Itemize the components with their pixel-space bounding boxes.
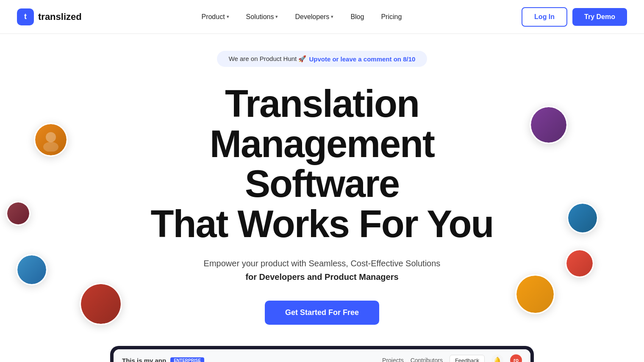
avatar-3	[16, 254, 47, 285]
announcement-link[interactable]: Upvote or leave a comment on 8/10	[309, 55, 415, 63]
logo[interactable]: t translized	[17, 8, 82, 25]
db-feedback-button[interactable]: Feedback	[450, 355, 485, 362]
avatar-5	[530, 106, 568, 144]
db-enterprise-badge: ENTERPRISE	[170, 357, 204, 362]
db-user-avatar[interactable]: ro	[510, 354, 522, 362]
dashboard-inner: This is my app ENTERPRISE Projects Contr…	[114, 349, 530, 362]
nav-actions: Log In Try Demo	[522, 7, 627, 27]
db-bell-icon[interactable]: 🔔	[491, 354, 503, 362]
navbar: t translized Product ▾ Solutions ▾ Devel…	[0, 0, 644, 34]
login-button[interactable]: Log In	[522, 7, 567, 27]
hero-subtitle-bold: for Developers and Product Managers	[245, 272, 398, 282]
announcement-banner: We are on Product Hunt 🚀 Upvote or leave…	[217, 51, 427, 67]
avatar-1	[34, 123, 68, 157]
avatar-7	[565, 249, 594, 278]
dashboard-preview: This is my app ENTERPRISE Projects Contr…	[110, 346, 534, 362]
avatar-4	[80, 283, 122, 325]
hero-section: We are on Product Hunt 🚀 Upvote or leave…	[0, 34, 644, 362]
db-top-actions: Projects Contributors Feedback 🔔 ro	[382, 354, 522, 362]
nav-blog[interactable]: Blog	[344, 10, 371, 24]
chevron-down-icon: ▾	[331, 14, 333, 19]
nav-pricing[interactable]: Pricing	[374, 10, 408, 24]
db-app-name: This is my app ENTERPRISE	[122, 357, 204, 362]
logo-text: translized	[38, 11, 82, 22]
db-projects-link[interactable]: Projects	[382, 357, 404, 362]
hero-title: Translation Management Software That Wor…	[131, 84, 513, 244]
avatar-8	[515, 274, 555, 314]
logo-letter: t	[24, 12, 27, 21]
try-demo-button[interactable]: Try Demo	[572, 8, 627, 26]
chevron-down-icon: ▾	[275, 14, 278, 19]
nav-links: Product ▾ Solutions ▾ Developers ▾ Blog …	[194, 10, 408, 24]
svg-point-1	[43, 142, 58, 152]
db-contributors-link[interactable]: Contributors	[411, 357, 443, 362]
nav-developers[interactable]: Developers ▾	[288, 10, 340, 24]
logo-icon: t	[17, 8, 34, 25]
db-topbar: This is my app ENTERPRISE Projects Contr…	[114, 349, 530, 362]
get-started-button[interactable]: Get Started For Free	[265, 301, 379, 325]
avatar-6	[567, 202, 598, 234]
announcement-text: We are on Product Hunt 🚀	[229, 55, 307, 63]
avatar-2	[6, 201, 31, 226]
chevron-down-icon: ▾	[227, 14, 229, 19]
nav-solutions[interactable]: Solutions ▾	[239, 10, 285, 24]
svg-point-0	[46, 132, 56, 142]
nav-product[interactable]: Product ▾	[194, 10, 236, 24]
